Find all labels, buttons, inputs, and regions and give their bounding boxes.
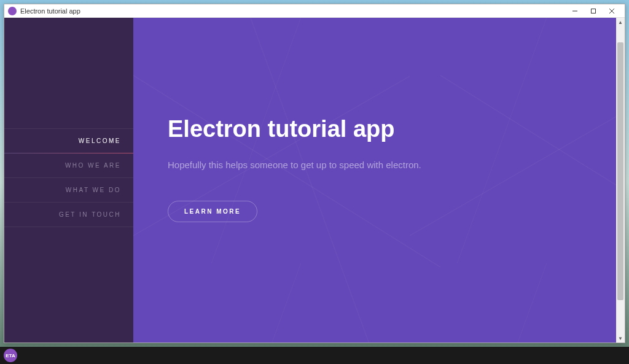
svg-rect-1 [592,9,596,13]
content-area: WELCOME WHO WE ARE WHAT WE DO GET IN TOU… [4,18,616,343]
main-content: Electron tutorial app Hopefully this hel… [133,18,616,343]
nav-item-what-we-do[interactable]: WHAT WE DO [4,178,133,203]
app-body: WELCOME WHO WE ARE WHAT WE DO GET IN TOU… [4,18,625,343]
taskbar-app-icon[interactable]: ETA [4,349,17,362]
maximize-icon [590,8,596,14]
sidebar: WELCOME WHO WE ARE WHAT WE DO GET IN TOU… [4,18,133,343]
app-icon [8,7,17,15]
page-heading: Electron tutorial app [168,116,616,142]
maximize-button[interactable] [584,5,603,17]
nav-item-who-we-are[interactable]: WHO WE ARE [4,153,133,178]
app-window: Electron tutorial app WELCOME WHO WE ARE… [4,4,625,343]
page-subtitle: Hopefully this helps someone to get up t… [168,160,616,170]
scrollbar-thumb[interactable] [617,42,623,300]
minimize-icon [572,8,578,14]
titlebar[interactable]: Electron tutorial app [4,4,625,18]
minimize-button[interactable] [566,5,584,17]
scroll-up-icon[interactable]: ▲ [616,18,625,26]
window-title: Electron tutorial app [20,7,566,15]
nav-item-welcome[interactable]: WELCOME [4,128,133,153]
learn-more-button[interactable]: LEARN MORE [168,201,257,222]
close-button[interactable] [603,5,621,17]
window-controls [566,5,621,17]
nav-item-get-in-touch[interactable]: GET IN TOUCH [4,203,133,227]
scrollbar[interactable]: ▲ ▼ [616,18,625,343]
scroll-down-icon[interactable]: ▼ [616,334,625,343]
close-icon [609,8,615,14]
taskbar[interactable]: ETA [0,347,629,364]
